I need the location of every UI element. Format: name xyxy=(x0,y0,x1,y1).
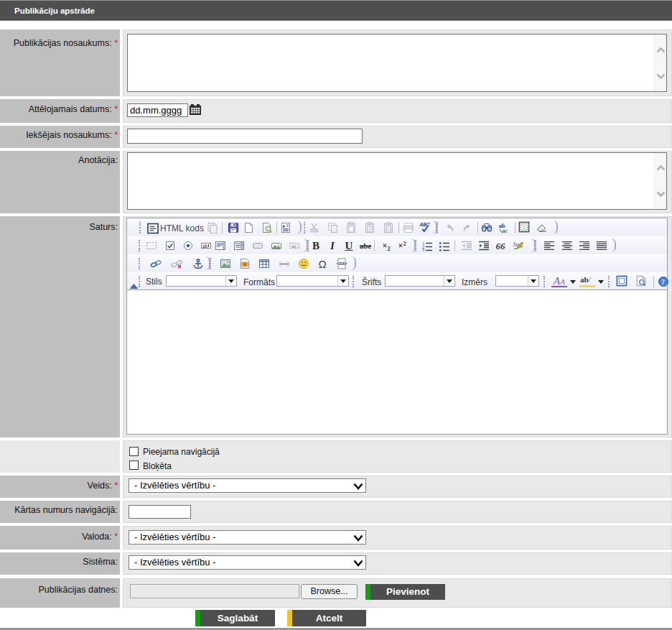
svg-text:3: 3 xyxy=(422,248,425,251)
svg-text:ac: ac xyxy=(503,228,508,233)
svg-text:ABC: ABC xyxy=(419,222,430,227)
svg-text:ab: ab xyxy=(291,244,297,249)
svg-text:?: ? xyxy=(661,278,665,286)
svg-text:ab: ab xyxy=(202,244,208,249)
svg-text:66: 66 xyxy=(496,241,506,251)
